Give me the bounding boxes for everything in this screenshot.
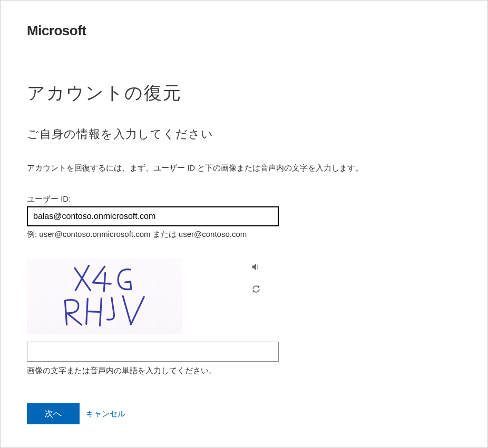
next-button[interactable]: 次へ <box>27 403 80 424</box>
captcha-input[interactable] <box>27 342 279 362</box>
userid-label: ユーザー ID: <box>27 194 461 204</box>
userid-example: 例: user@contoso.onmicrosoft.com または user… <box>27 230 461 240</box>
audio-icon[interactable] <box>251 262 261 272</box>
captcha-hint: 画像の文字または音声内の単語を入力してください。 <box>27 366 461 376</box>
refresh-icon[interactable] <box>251 284 261 294</box>
microsoft-logo: Microsoft <box>27 23 461 39</box>
captcha-text-graphic <box>52 262 158 331</box>
cancel-button[interactable]: キャンセル <box>84 406 128 422</box>
subheading: ご自身の情報を入力してください <box>27 126 461 142</box>
captcha-controls <box>251 258 261 294</box>
captcha-image <box>27 258 182 334</box>
userid-input[interactable] <box>27 206 279 226</box>
instruction-text: アカウントを回復するには、まず、ユーザー ID と下の画像または音声内の文字を入… <box>27 163 461 173</box>
page-title: アカウントの復元 <box>27 81 461 105</box>
captcha-section <box>27 258 461 334</box>
button-row: 次へ キャンセル <box>27 403 461 424</box>
